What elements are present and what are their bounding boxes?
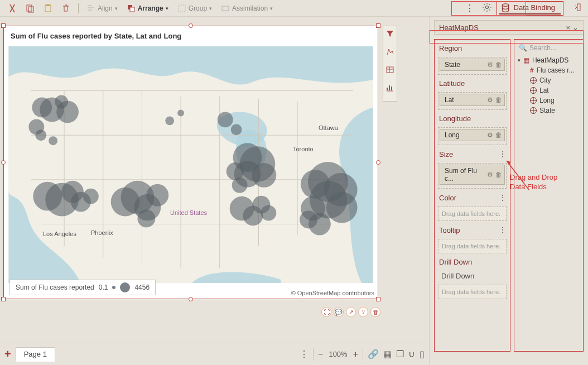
svg-point-31 xyxy=(218,112,233,127)
snap-button[interactable]: ∪ xyxy=(408,349,415,359)
assimilation-dropdown[interactable]: Assimilation▾ xyxy=(218,3,276,14)
svg-point-32 xyxy=(231,124,242,135)
table-icon xyxy=(385,65,394,74)
datasource-selector[interactable]: HeatMapDS × ⌄ xyxy=(434,20,584,35)
data-binding-tab[interactable]: Data Binding xyxy=(497,1,563,16)
paste-button[interactable] xyxy=(40,3,56,14)
toolbar-separator xyxy=(78,3,79,13)
export-button[interactable]: ⇪ xyxy=(358,307,368,317)
shelf-color-label: Color⋮ xyxy=(438,192,507,203)
add-page-button[interactable]: + xyxy=(4,348,11,361)
delete-widget-button[interactable]: 🗑 xyxy=(370,307,380,317)
top-toolbar: Align▾ Arrange▾ Group▾ Assimilation▾ ⋮ D… xyxy=(0,0,588,17)
legend-label: Sum of Flu cases reported xyxy=(16,284,94,291)
comment-button[interactable]: 💬 xyxy=(334,307,344,317)
legend-max: 4456 xyxy=(134,284,150,291)
svg-point-50 xyxy=(300,211,317,229)
group-dropdown[interactable]: Group▾ xyxy=(174,3,215,14)
group-icon xyxy=(177,4,186,13)
gear-icon[interactable]: ⚙ xyxy=(487,96,493,104)
shelf-color-menu[interactable]: ⋮ xyxy=(499,193,507,202)
delete-button[interactable] xyxy=(58,3,74,14)
shelf-longitude-label: Longitude xyxy=(438,113,507,124)
link-button[interactable]: 🔗 xyxy=(368,349,379,359)
gear-icon[interactable]: ⚙ xyxy=(487,131,493,139)
gear-icon[interactable]: ⚙ xyxy=(487,171,493,179)
datasource-chevron-icon[interactable]: ⌄ xyxy=(572,23,579,32)
shelf-size-chip[interactable]: Sum of Flu c...⚙🗑 xyxy=(440,165,505,185)
map-attribution: © OpenStreetMap contributors xyxy=(291,290,374,296)
svg-point-18 xyxy=(49,136,57,145)
trash-icon[interactable]: 🗑 xyxy=(495,61,502,69)
page-tab-1[interactable]: Page 1 xyxy=(16,347,55,362)
more-menu[interactable]: ⋮ xyxy=(462,3,478,13)
datasource-name: HeatMapDS xyxy=(439,23,479,32)
fields-panel: 🔍 Search... ▾▦HeatMapDS #Flu cases r... … xyxy=(514,39,584,352)
align-icon xyxy=(86,4,95,13)
zoom-value: 100% xyxy=(329,350,347,358)
field-item[interactable]: City xyxy=(518,75,580,85)
grid-button[interactable]: ▦ xyxy=(383,349,392,359)
trash-icon[interactable]: 🗑 xyxy=(495,171,502,179)
svg-point-17 xyxy=(35,129,46,141)
field-item[interactable]: State xyxy=(518,105,580,116)
shelf-tooltip-menu[interactable]: ⋮ xyxy=(499,225,507,234)
label-us: United States xyxy=(170,209,207,216)
data-button[interactable] xyxy=(385,65,394,76)
bar-chart-icon xyxy=(385,83,394,92)
layers-button[interactable]: ❐ xyxy=(396,349,404,359)
gear-icon[interactable]: ⚙ xyxy=(487,61,493,69)
svg-point-29 xyxy=(165,116,174,125)
field-item[interactable]: Lat xyxy=(518,85,580,95)
zoom-out-button[interactable]: − xyxy=(318,349,323,359)
align-dropdown[interactable]: Align▾ xyxy=(83,3,121,14)
shelf-region-chip[interactable]: State⚙🗑 xyxy=(440,59,505,71)
field-search[interactable]: 🔍 Search... xyxy=(518,43,580,55)
svg-point-42 xyxy=(252,196,270,214)
shelf-drilldown-label: Drill Down xyxy=(438,257,507,267)
shelf-color-dropzone[interactable]: Drag data fields here. xyxy=(438,206,507,221)
map-viewport[interactable]: Ottawa Toronto United States Los Angeles… xyxy=(8,46,373,283)
share-button[interactable]: ↗ xyxy=(346,307,356,317)
shelf-size-label: Size⋮ xyxy=(438,148,507,160)
cut-button[interactable] xyxy=(4,3,20,14)
canvas-area[interactable]: Sum of Flu cases reported by State, Lat … xyxy=(0,17,429,343)
field-item[interactable]: Long xyxy=(518,95,580,105)
trash-icon xyxy=(61,4,70,13)
trash-icon[interactable]: 🗑 xyxy=(495,96,502,104)
zoom-in-button[interactable]: + xyxy=(353,349,358,359)
panel-toggle-button[interactable] xyxy=(570,3,584,14)
svg-rect-0 xyxy=(27,5,32,11)
arrange-dropdown[interactable]: Arrange▾ xyxy=(123,3,172,14)
shelf-tooltip-dropzone[interactable]: Drag data fields here. xyxy=(438,239,507,253)
footer-bar: + Page 1 ⋮ − 100% + 🔗 ▦ ❐ ∪ ▯ xyxy=(0,343,429,365)
svg-point-36 xyxy=(252,163,276,188)
shelf-latitude-chip[interactable]: Lat⚙🗑 xyxy=(440,94,505,106)
trash-icon[interactable]: 🗑 xyxy=(495,131,502,139)
field-root[interactable]: ▾▦HeatMapDS xyxy=(518,55,580,65)
fullscreen-button[interactable]: ⛶ xyxy=(321,307,331,317)
copy-button[interactable] xyxy=(22,3,38,14)
paste-icon xyxy=(44,4,52,13)
field-item[interactable]: #Flu cases r... xyxy=(518,65,580,75)
database-icon xyxy=(500,3,510,13)
svg-point-38 xyxy=(232,177,248,193)
shelf-size-menu[interactable]: ⋮ xyxy=(499,150,507,159)
shelf-region-label: Region xyxy=(438,43,507,54)
filter-button[interactable] xyxy=(385,30,394,41)
shelf-longitude-chip[interactable]: Long⚙🗑 xyxy=(440,129,505,141)
label-la: Los Angeles xyxy=(43,230,76,237)
shelf-drilldown-dropzone[interactable]: Drag data fields here. xyxy=(438,285,507,299)
svg-point-15 xyxy=(56,101,79,123)
map-widget[interactable]: Sum of Flu cases reported by State, Lat … xyxy=(3,26,378,299)
sort-button[interactable] xyxy=(385,47,394,59)
svg-point-23 xyxy=(83,189,99,204)
globe-icon xyxy=(530,97,537,104)
settings-button[interactable] xyxy=(480,2,494,15)
page-menu[interactable]: ⋮ xyxy=(300,349,309,359)
svg-point-30 xyxy=(177,109,184,116)
chart-button[interactable] xyxy=(385,83,394,94)
mobile-preview-button[interactable]: ▯ xyxy=(420,349,425,359)
copy-icon xyxy=(26,4,35,13)
clear-datasource-button[interactable]: × xyxy=(563,23,572,32)
